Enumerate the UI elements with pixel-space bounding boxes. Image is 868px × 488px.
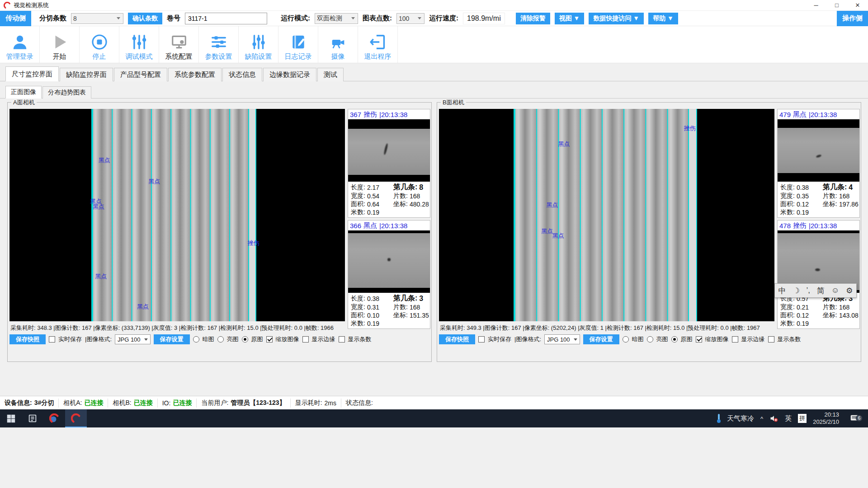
clear-alarm-button[interactable]: 清除报警	[516, 13, 550, 24]
save-snapshot-button[interactable]: 保存快照	[9, 334, 46, 344]
camera-a-image: 黑点 黑点 黑点 黑点 挫伤 黑点 黑点	[9, 109, 345, 321]
dark-image-radio[interactable]	[193, 336, 199, 343]
app-logo-icon	[4, 2, 11, 9]
original-image-radio[interactable]	[671, 336, 678, 343]
ime-chinese-mode[interactable]: 中	[778, 286, 786, 296]
task-view-button[interactable]	[22, 409, 43, 427]
admin-login-button[interactable]: 管理登录	[0, 26, 40, 63]
zoom-image-checkbox[interactable]	[266, 336, 273, 343]
save-snapshot-button[interactable]: 保存快照	[439, 334, 475, 344]
ime-simplified[interactable]: 简	[817, 286, 825, 296]
realtime-save-checkbox[interactable]	[478, 336, 485, 343]
operate-side-button[interactable]: 操作侧	[837, 11, 868, 26]
camera-b-panel: B面相机 挫伤 黑点 黑点 黑点 黑点 479 黑点 |20:13:38	[437, 102, 861, 362]
defect-time: |20:13:38	[809, 111, 837, 118]
camera-a-status-line: 采集耗时: 348.3 |图像计数: 167 |像素坐标: (333,7139)…	[10, 324, 429, 332]
tab-defect-monitor[interactable]: 缺陷监控界面	[60, 68, 113, 81]
start-button[interactable]: 开始	[40, 26, 80, 63]
view-menu-button[interactable]: 视图 ▼	[555, 13, 585, 24]
camera-b-conn-label: 相机B:	[113, 399, 131, 407]
debug-mode-button[interactable]: 调试模式	[119, 26, 159, 63]
bright-image-radio[interactable]	[217, 336, 224, 343]
weather-text[interactable]: 天气寒冷	[727, 414, 754, 423]
show-strips-checkbox[interactable]	[339, 336, 345, 343]
defect-time: |20:13:38	[809, 222, 837, 230]
dark-image-radio[interactable]	[623, 336, 629, 343]
clock-time: 20:13	[813, 411, 839, 418]
system-tray: 天气寒冷 ^ 英 拼 20:13 2025/2/10 6	[717, 409, 868, 427]
camera-b-web-strips	[514, 109, 697, 321]
chevron-down-icon	[418, 17, 421, 19]
image-format-select[interactable]: JPG 100	[544, 334, 580, 344]
ime-indicator[interactable]: 拼	[798, 414, 807, 423]
tab-product-model-config[interactable]: 产品型号配置	[114, 68, 167, 81]
defect-type: 黑点	[793, 110, 807, 119]
chart-points-select[interactable]: 100	[396, 13, 425, 24]
camera-b-status-line: 采集耗时: 349.3 |图像计数: 167 |像素坐标: (5202,24) …	[440, 324, 858, 332]
image-format-select[interactable]: JPG 100	[115, 334, 151, 344]
io-conn-label: IO:	[162, 399, 171, 407]
realtime-save-checkbox[interactable]	[49, 336, 55, 343]
capture-button[interactable]: 摄像	[318, 26, 358, 63]
app-taskbar-active-window[interactable]	[65, 409, 87, 427]
camera-a-title: A面相机	[11, 99, 37, 107]
defect-time: |20:13:38	[379, 222, 407, 230]
current-user-label: 当前用户:	[201, 399, 228, 407]
defect-settings-button[interactable]: 缺陷设置	[239, 26, 278, 63]
parameter-settings-button[interactable]: 参数设置	[199, 26, 239, 63]
save-settings-button[interactable]: 保存设置	[583, 334, 619, 344]
device-info-value: 3#分切	[34, 399, 54, 407]
thermometer-icon[interactable]	[717, 414, 721, 423]
tray-expand-caret[interactable]: ^	[760, 415, 763, 422]
stop-button[interactable]: 停止	[80, 26, 119, 63]
subtab-front-image[interactable]: 正面图像	[5, 86, 42, 99]
clock[interactable]: 20:13 2025/2/10	[813, 411, 839, 426]
confirm-count-button[interactable]: 确认条数	[128, 13, 162, 24]
app-logo-icon	[71, 413, 81, 423]
exit-program-button[interactable]: 退出程序	[358, 26, 398, 63]
tab-size-monitor[interactable]: 尺寸监控界面	[5, 66, 59, 81]
windows-start-button[interactable]	[0, 409, 22, 427]
log-record-button[interactable]: 日志记录	[278, 26, 318, 63]
tab-system-param-config[interactable]: 系统参数配置	[168, 68, 222, 81]
roll-number-input[interactable]	[185, 13, 267, 24]
notification-center-button[interactable]: 6	[845, 413, 863, 423]
camera-a-save-controls: 保存快照 实时保存 |图像格式: JPG 100 保存设置 暗图 亮图 原图 缩…	[9, 333, 430, 345]
log-book-icon	[290, 33, 307, 51]
run-mode-select[interactable]: 双面检测	[315, 13, 358, 24]
subtab-distribution-trend[interactable]: 分布趋势图表	[42, 86, 91, 99]
zoom-image-checkbox[interactable]	[696, 336, 702, 343]
ime-settings-gear-icon[interactable]: ⚙	[846, 286, 853, 296]
minimize-button[interactable]: ─	[806, 0, 826, 10]
defect-type: 挫伤	[363, 110, 377, 119]
original-image-radio[interactable]	[242, 336, 248, 343]
app-taskbar-shortcut[interactable]	[43, 409, 65, 427]
user-icon	[11, 33, 28, 51]
show-edge-checkbox[interactable]	[732, 336, 738, 343]
tab-status-info[interactable]: 状态信息	[222, 68, 262, 81]
tab-edge-data-record[interactable]: 边缘数据记录	[263, 68, 316, 81]
stop-icon	[91, 33, 108, 51]
ime-punctuation[interactable]: ’,	[807, 286, 811, 295]
v-sliders-icon	[250, 33, 267, 51]
language-indicator[interactable]: 英	[785, 414, 792, 423]
drive-side-button[interactable]: 传动侧	[0, 11, 31, 26]
bright-image-radio[interactable]	[647, 336, 653, 343]
display-time-label: 显示耗时:	[295, 399, 322, 407]
tab-test[interactable]: 测试	[317, 68, 344, 81]
show-edge-checkbox[interactable]	[302, 336, 309, 343]
defect-card: 479 黑点 |20:13:38 长度:0.38 第几条:4 宽度:0.35 片…	[777, 109, 860, 218]
ime-fullwidth-icon[interactable]: ☽	[793, 286, 799, 296]
data-quick-access-button[interactable]: 数据快捷访问 ▼	[589, 13, 644, 24]
defect-id: 478	[779, 222, 791, 230]
debug-sliders-icon	[131, 33, 148, 51]
speaker-muted-icon[interactable]	[769, 414, 778, 423]
ime-emoji-icon[interactable]: ☺	[831, 286, 839, 295]
close-button[interactable]: ✕	[847, 0, 868, 10]
save-settings-button[interactable]: 保存设置	[154, 334, 190, 344]
show-strips-checkbox[interactable]	[768, 336, 774, 343]
slice-count-select[interactable]: 8	[71, 13, 123, 24]
maximize-button[interactable]: □	[826, 0, 847, 10]
system-config-button[interactable]: 系统配置	[159, 26, 199, 63]
help-menu-button[interactable]: 帮助 ▼	[648, 13, 678, 24]
